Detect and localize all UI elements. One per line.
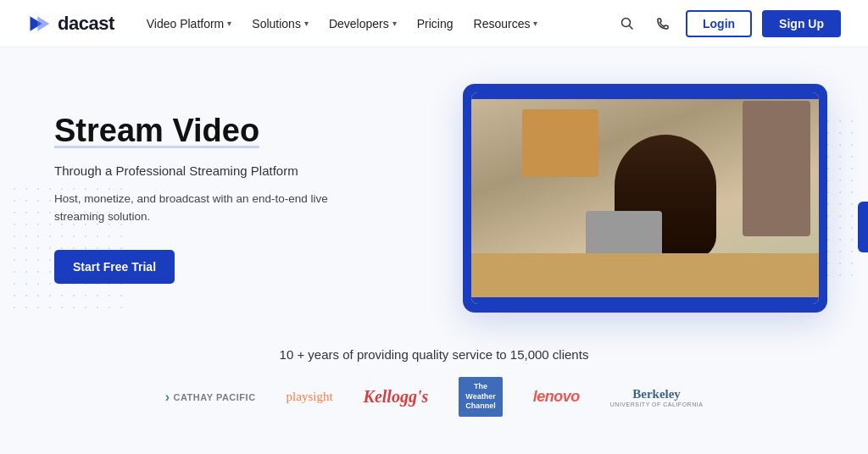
hero-subtitle: Through a Professional Streaming Platfor… [54,163,410,178]
svg-line-3 [630,25,633,29]
cathay-arrow-icon: › [165,390,170,405]
client-logo-kelloggs: Kellogg's [364,387,429,407]
video-desk [471,253,819,304]
nav-item-video-platform[interactable]: Video Platform ▾ [138,12,241,36]
nav-item-solutions[interactable]: Solutions ▾ [243,12,317,36]
weather-text: TheWeatherChannel [459,377,503,417]
hero-text: Stream Video Through a Professional Stre… [54,113,410,284]
nav-item-resources[interactable]: Resources ▾ [465,12,547,36]
signup-button[interactable]: Sign Up [762,10,841,37]
logo-icon [27,12,51,36]
kelloggs-text: Kellogg's [364,387,429,407]
lenovo-text: lenovo [533,388,580,406]
chevron-down-icon: ▾ [227,19,231,28]
nav-item-developers[interactable]: Developers ▾ [320,12,405,36]
right-accent-decoration [858,202,868,252]
video-bar-top [471,92,819,99]
chevron-down-icon: ▾ [533,19,537,28]
clients-logos: › CATHAY PACIFIC playsight Kellogg's The… [41,377,827,417]
video-bar-bottom [471,297,819,304]
clients-section: 10 + years of providing quality service … [0,335,868,417]
client-logo-berkeley: Berkeley UNIVERSITY OF CALIFORNIA [610,387,704,407]
video-corkboard [522,109,598,177]
berkeley-name: Berkeley [610,387,704,401]
playsight-text: playsight [287,390,333,403]
video-shelves [743,101,810,236]
nav-actions: Login Sign Up [615,10,841,37]
svg-marker-1 [37,16,49,31]
client-logo-playsight: playsight [287,390,333,404]
chevron-down-icon: ▾ [392,19,397,28]
nav-links: Video Platform ▾ Solutions ▾ Developers … [138,12,615,36]
login-button[interactable]: Login [686,10,752,37]
chevron-down-icon: ▾ [304,19,309,28]
logo-text: dacast [58,13,114,35]
video-content [471,92,819,304]
client-logo-weather: TheWeatherChannel [459,377,503,417]
client-logo-cathay: › CATHAY PACIFIC [165,390,256,405]
clients-tagline: 10 + years of providing quality service … [41,347,827,362]
start-trial-button[interactable]: Start Free Trial [54,250,175,284]
logo[interactable]: dacast [27,12,114,36]
hero-title: Stream Video [54,113,410,150]
video-laptop [586,211,662,257]
hero-video-card [427,84,827,313]
nav-item-pricing[interactable]: Pricing [409,12,462,36]
cathay-text: CATHAY PACIFIC [174,392,256,402]
navbar: dacast Video Platform ▾ Solutions ▾ Deve… [0,0,868,47]
hero-description: Host, monetize, and broadcast with an en… [54,190,376,226]
hero-section: Stream Video Through a Professional Stre… [0,47,868,335]
search-icon[interactable] [615,11,640,36]
berkeley-sub: UNIVERSITY OF CALIFORNIA [610,401,704,407]
client-logo-lenovo: lenovo [533,388,580,406]
phone-icon[interactable] [650,11,676,36]
video-container[interactable] [463,84,827,313]
hero-title-main: Stream Video [54,113,259,150]
